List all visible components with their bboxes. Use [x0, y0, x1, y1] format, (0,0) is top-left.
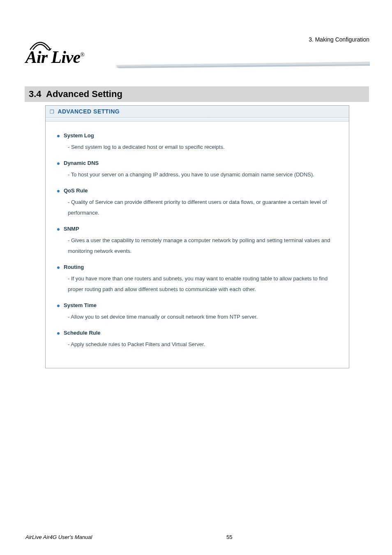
item-routing: Routing - If you have more than one rout… [56, 264, 338, 295]
panel-title: ADVANCED SETTING [58, 108, 120, 115]
item-schedule-rule: Schedule Rule - Apply schedule rules to … [56, 330, 338, 350]
logo: Air Live® [25, 39, 116, 67]
header-divider-line [115, 62, 370, 69]
panel-divider [46, 118, 349, 122]
item-system-log: System Log - Send system log to a dedica… [56, 132, 338, 153]
item-desc: - Gives a user the capability to remotel… [68, 235, 338, 257]
section-number: 3.4 [29, 89, 42, 99]
item-desc: - Send system log to a dedicated host or… [68, 142, 338, 153]
item-title[interactable]: Schedule Rule [56, 330, 338, 336]
chapter-label: 3. Making Configuration [309, 36, 369, 43]
panel-body: System Log - Send system log to a dedica… [46, 122, 349, 368]
item-title[interactable]: SNMP [56, 226, 338, 232]
advanced-setting-panel: ❐ ADVANCED SETTING System Log - Send sys… [45, 105, 349, 368]
item-title[interactable]: System Time [56, 302, 338, 308]
bullet-icon [57, 266, 60, 269]
item-dynamic-dns: Dynamic DNS - To host your server on a c… [56, 160, 338, 180]
bullet-icon [57, 135, 60, 137]
item-title[interactable]: Routing [56, 264, 338, 270]
panel-header: ❐ ADVANCED SETTING [46, 106, 349, 118]
item-title[interactable]: QoS Rule [56, 187, 338, 194]
item-desc: - To host your server on a changing IP a… [68, 169, 338, 180]
item-title[interactable]: System Log [56, 132, 338, 139]
bullet-icon [57, 190, 60, 192]
bullet-icon [57, 332, 60, 335]
section-title: Advanced Setting [46, 89, 122, 99]
item-system-time: System Time - Allow you to set device ti… [56, 302, 338, 322]
logo-text: Air Live® [25, 48, 84, 67]
page-header: 3. Making Configuration Air Live® [0, 0, 392, 74]
bullet-icon [57, 228, 60, 231]
item-desc: - If you have more than one routers and … [68, 273, 338, 295]
item-qos-rule: QoS Rule - Quality of Service can provid… [56, 187, 338, 218]
footer-manual-name: AirLive Air4G User's Manual [25, 534, 92, 540]
page-footer: AirLive Air4G User's Manual 55 [25, 534, 367, 540]
item-desc: - Quality of Service can provide differe… [68, 197, 338, 218]
item-snmp: SNMP - Gives a user the capability to re… [56, 226, 338, 257]
section-heading: 3.4 Advanced Setting [29, 89, 122, 99]
item-title[interactable]: Dynamic DNS [56, 160, 338, 166]
section-heading-bar: 3.4 Advanced Setting [25, 86, 369, 102]
bullet-icon [57, 305, 60, 307]
item-desc: - Apply schedule rules to Packet Filters… [68, 339, 338, 350]
item-desc: - Allow you to set device time manually … [68, 312, 338, 322]
folder-icon: ❐ [50, 109, 55, 115]
bullet-icon [57, 162, 60, 165]
